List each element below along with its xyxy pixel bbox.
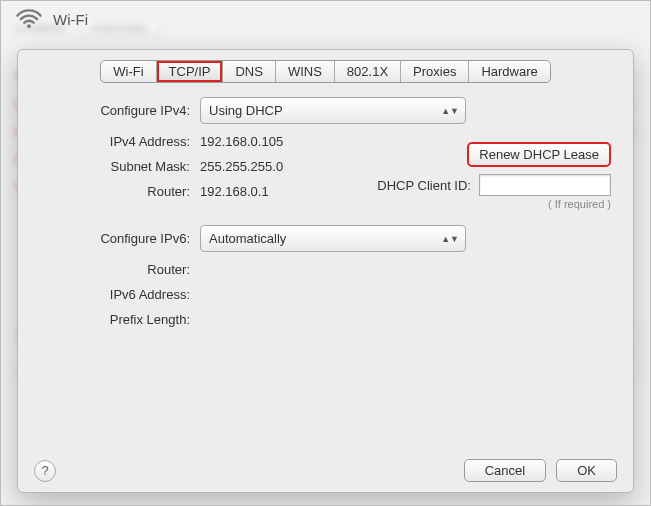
tab-wifi[interactable]: Wi-Fi bbox=[101, 61, 156, 82]
cancel-button[interactable]: Cancel bbox=[464, 459, 546, 482]
renew-dhcp-lease-button[interactable]: Renew DHCP Lease bbox=[467, 142, 611, 167]
select-value: Using DHCP bbox=[209, 103, 283, 118]
label-configure-ipv4: Configure IPv4: bbox=[40, 103, 190, 118]
window-title: Wi-Fi bbox=[53, 11, 88, 28]
label-ipv6-address: IPv6 Address: bbox=[40, 287, 190, 302]
tab-wins[interactable]: WINS bbox=[276, 61, 335, 82]
help-button[interactable]: ? bbox=[34, 460, 56, 482]
select-value: Automatically bbox=[209, 231, 286, 246]
tab-dns[interactable]: DNS bbox=[223, 61, 275, 82]
label-ipv4-address: IPv4 Address: bbox=[40, 134, 190, 149]
tab-proxies[interactable]: Proxies bbox=[401, 61, 469, 82]
tab-8021x[interactable]: 802.1X bbox=[335, 61, 401, 82]
question-icon: ? bbox=[41, 463, 48, 478]
label-subnet-mask: Subnet Mask: bbox=[40, 159, 190, 174]
wifi-icon bbox=[15, 7, 43, 32]
select-configure-ipv4[interactable]: Using DHCP ▲▼ bbox=[200, 97, 466, 124]
window-header: Wi-Fi bbox=[1, 1, 650, 36]
label-prefix-length: Prefix Length: bbox=[40, 312, 190, 327]
label-if-required: ( If required ) bbox=[548, 198, 611, 210]
ok-button[interactable]: OK bbox=[556, 459, 617, 482]
tab-bar: Wi-Fi TCP/IP DNS WINS 802.1X Proxies Har… bbox=[100, 60, 551, 83]
label-configure-ipv6: Configure IPv6: bbox=[40, 231, 190, 246]
input-dhcp-client-id[interactable] bbox=[479, 174, 611, 196]
svg-point-0 bbox=[27, 24, 31, 28]
label-router4: Router: bbox=[40, 184, 190, 199]
label-router6: Router: bbox=[40, 262, 190, 277]
chevron-updown-icon: ▲▼ bbox=[441, 236, 459, 242]
tab-hardware[interactable]: Hardware bbox=[469, 61, 549, 82]
tab-tcpip[interactable]: TCP/IP bbox=[157, 61, 224, 82]
chevron-updown-icon: ▲▼ bbox=[441, 108, 459, 114]
select-configure-ipv6[interactable]: Automatically ▲▼ bbox=[200, 225, 466, 252]
settings-sheet: Wi-Fi TCP/IP DNS WINS 802.1X Proxies Har… bbox=[17, 49, 634, 493]
label-dhcp-client-id: DHCP Client ID: bbox=[377, 178, 471, 193]
